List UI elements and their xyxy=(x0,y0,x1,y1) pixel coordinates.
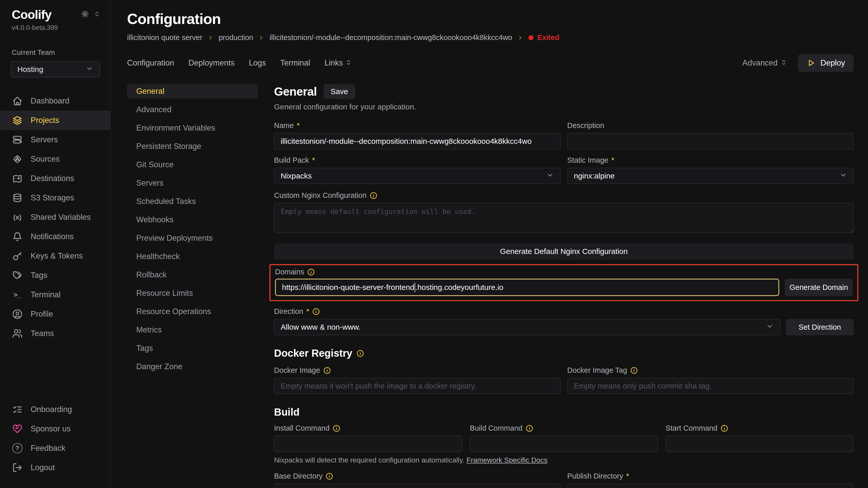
info-icon[interactable] xyxy=(312,308,320,315)
config-menu-danger-zone[interactable]: Danger Zone xyxy=(127,359,258,374)
sidebar-item-shared-variables[interactable]: (x) Shared Variables xyxy=(0,207,110,227)
description-label: Description xyxy=(567,121,604,130)
sidebar-item-dashboard[interactable]: Dashboard xyxy=(0,91,110,111)
sidebar-item-terminal[interactable]: >_ Terminal xyxy=(0,285,110,304)
config-menu-preview-deployments[interactable]: Preview Deployments xyxy=(127,231,258,245)
info-icon[interactable] xyxy=(526,424,533,432)
sidebar-item-notifications[interactable]: Notifications xyxy=(0,227,110,246)
docker-image-tag-field-group: Docker Image Tag xyxy=(567,366,854,394)
chevron-right-icon xyxy=(258,35,264,41)
tab-deployments[interactable]: Deployments xyxy=(188,58,235,68)
config-menu-scheduled-tasks[interactable]: Scheduled Tasks xyxy=(127,194,258,208)
tab-links[interactable]: Links xyxy=(324,58,351,68)
app-version: v4.0.0-beta.399 xyxy=(0,24,110,32)
static-image-label: Static Image xyxy=(567,156,608,164)
base-directory-input[interactable] xyxy=(274,484,561,488)
sidebar-item-servers[interactable]: Servers xyxy=(0,130,110,150)
framework-docs-link[interactable]: Framework Specific Docs xyxy=(466,456,547,464)
sidebar-item-teams[interactable]: Teams xyxy=(0,324,110,343)
tab-terminal[interactable]: Terminal xyxy=(280,58,310,68)
set-direction-button[interactable]: Set Direction xyxy=(786,319,854,335)
breadcrumb-project[interactable]: illicitonion quote server xyxy=(127,33,202,42)
sidebar-item-logout[interactable]: Logout xyxy=(0,458,110,477)
tab-configuration[interactable]: Configuration xyxy=(127,58,174,68)
build-command-input[interactable] xyxy=(470,436,658,452)
build-pack-field-group: Build Pack * Nixpacks xyxy=(274,156,561,184)
docker-image-tag-input[interactable] xyxy=(567,378,854,394)
config-menu-rollback[interactable]: Rollback xyxy=(127,268,258,282)
sidebar-item-s3-storages[interactable]: S3 Storages xyxy=(0,188,110,207)
sidebar-item-sources[interactable]: Sources xyxy=(0,150,110,169)
info-icon[interactable] xyxy=(333,424,340,432)
start-command-input[interactable] xyxy=(666,436,854,452)
tab-bar: Configuration Deployments Logs Terminal … xyxy=(127,54,854,72)
user-circle-icon xyxy=(12,308,23,320)
config-menu-persistent-storage[interactable]: Persistent Storage xyxy=(127,139,258,154)
publish-directory-input[interactable] xyxy=(567,484,854,488)
sidebar-item-onboarding[interactable]: Onboarding xyxy=(0,400,110,419)
deploy-button[interactable]: Deploy xyxy=(798,54,854,72)
info-icon[interactable] xyxy=(356,350,364,357)
config-menu-advanced[interactable]: Advanced xyxy=(127,102,258,117)
breadcrumb-application[interactable]: illicitestonion/-module--decomposition:m… xyxy=(270,33,512,42)
info-icon[interactable] xyxy=(307,268,315,276)
config-menu-general[interactable]: General xyxy=(127,84,258,98)
config-menu-resource-limits[interactable]: Resource Limits xyxy=(127,286,258,300)
layers-icon xyxy=(12,115,23,126)
theme-sun-icon[interactable] xyxy=(81,10,89,19)
page-title: Configuration xyxy=(127,10,854,27)
config-menu-healthcheck[interactable]: Healthcheck xyxy=(127,249,258,264)
status-label: Exited xyxy=(537,33,559,42)
config-menu-resource-operations[interactable]: Resource Operations xyxy=(127,304,258,319)
info-icon[interactable] xyxy=(370,192,377,199)
info-icon[interactable] xyxy=(720,424,728,432)
static-image-select[interactable]: nginx:alpine xyxy=(567,168,854,184)
required-mark: * xyxy=(312,156,315,164)
info-icon[interactable] xyxy=(630,367,638,374)
config-menu-metrics[interactable]: Metrics xyxy=(127,323,258,337)
direction-select[interactable]: Allow www & non-www. xyxy=(274,319,780,335)
docker-image-input[interactable] xyxy=(274,378,561,394)
generate-nginx-config-button[interactable]: Generate Default Nginx Configuration xyxy=(274,243,854,260)
info-icon[interactable] xyxy=(326,473,333,480)
sidebar-item-projects[interactable]: Projects xyxy=(0,111,110,130)
breadcrumb-environment[interactable]: production xyxy=(219,33,253,42)
sidebar-item-tags[interactable]: Tags xyxy=(0,266,110,285)
chevron-down-icon xyxy=(766,323,774,332)
info-icon[interactable] xyxy=(323,367,331,374)
sidebar-item-sponsor-us[interactable]: Sponsor us xyxy=(0,419,110,438)
config-menu-tags[interactable]: Tags xyxy=(127,341,258,355)
advanced-menu[interactable]: Advanced xyxy=(742,58,787,68)
tab-logs[interactable]: Logs xyxy=(249,58,266,68)
nixpacks-note: Nixpacks will detect the required config… xyxy=(274,456,854,464)
current-team-label: Current Team xyxy=(0,48,110,57)
build-command-field-group: Build Command xyxy=(470,424,658,452)
sidebar-footer-nav: Onboarding Sponsor us ? Feedback Logout xyxy=(0,400,110,477)
nginx-config-textarea[interactable] xyxy=(274,203,854,233)
save-button[interactable]: Save xyxy=(323,84,355,99)
install-command-input[interactable] xyxy=(274,436,462,452)
team-select[interactable]: Hosting xyxy=(11,61,100,77)
build-heading: Build xyxy=(274,406,300,418)
config-menu-environment-variables[interactable]: Environment Variables xyxy=(127,121,258,135)
base-directory-label: Base Directory xyxy=(274,472,322,480)
domains-input[interactable]: https://illicitonion-quote-server-fronte… xyxy=(275,279,779,296)
config-menu-webhooks[interactable]: Webhooks xyxy=(127,213,258,227)
sidebar-item-profile[interactable]: Profile xyxy=(0,304,110,324)
name-label: Name xyxy=(274,121,294,130)
config-menu: General Advanced Environment Variables P… xyxy=(127,84,258,488)
sidebar-item-keys-tokens[interactable]: Keys & Tokens xyxy=(0,246,110,266)
config-menu-git-source[interactable]: Git Source xyxy=(127,158,258,172)
start-command-label: Start Command xyxy=(666,424,717,432)
config-menu-servers[interactable]: Servers xyxy=(127,176,258,190)
status-badge: Exited xyxy=(528,33,559,42)
name-input[interactable] xyxy=(274,133,561,150)
sidebar: Coolify v4.0.0-beta.399 Current Team Hos… xyxy=(0,0,111,488)
generate-domain-button[interactable]: Generate Domain xyxy=(785,279,853,296)
description-input[interactable] xyxy=(567,133,854,150)
build-pack-select[interactable]: Nixpacks xyxy=(274,168,561,184)
chevrons-up-down-icon[interactable] xyxy=(94,11,100,18)
key-icon xyxy=(12,250,23,262)
sidebar-item-destinations[interactable]: Destinations xyxy=(0,169,110,188)
sidebar-item-feedback[interactable]: ? Feedback xyxy=(0,438,110,458)
